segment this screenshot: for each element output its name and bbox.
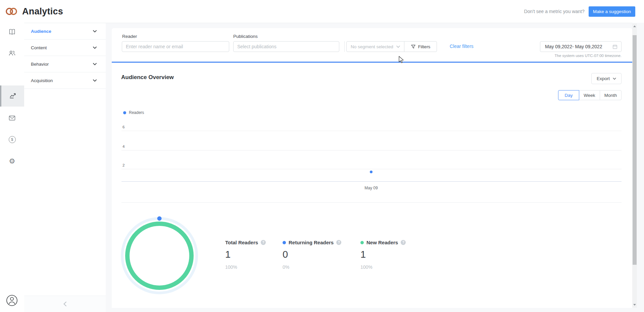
x-tick-may09: May 09 — [360, 186, 382, 190]
rail-item-analytics[interactable] — [0, 85, 24, 107]
legend-dot-readers — [123, 111, 126, 114]
segment-filter-group: No segment selected Filters — [346, 41, 437, 52]
reader-label: Reader — [122, 34, 137, 39]
donut-returning-marker — [157, 216, 162, 221]
readers-donut-chart — [119, 215, 200, 296]
stat-percent: 100% — [360, 264, 406, 270]
filters-button-label: Filters — [418, 44, 431, 49]
gridline — [121, 169, 622, 169]
toggle-day[interactable]: Day — [558, 90, 579, 100]
publications-label: Publications — [233, 34, 258, 39]
rail-item-revenue[interactable]: $ — [0, 129, 24, 150]
legend-label-readers: Readers — [129, 110, 144, 115]
returning-readers-dot — [283, 241, 286, 244]
rail-item-settings[interactable]: ⚙ — [0, 150, 24, 172]
filter-bar: Reader Publications No segment selected … — [112, 28, 632, 63]
stat-value: 1 — [360, 249, 406, 260]
export-label: Export — [597, 76, 610, 81]
reader-input[interactable] — [122, 41, 229, 52]
vertical-scrollbar[interactable] — [632, 23, 637, 308]
gridline — [121, 150, 622, 150]
y-tick-4: 4 — [122, 144, 125, 148]
sidebar-item-label: Content — [31, 45, 47, 50]
stat-label: Returning Readers — [289, 240, 334, 245]
stat-value: 1 — [225, 249, 266, 260]
help-icon[interactable]: ? — [261, 240, 266, 245]
icon-rail: $ ⚙ — [0, 23, 24, 312]
topbar-right: Don't see a metric you want? Make a sugg… — [524, 6, 635, 17]
gear-icon: ⚙ — [9, 158, 15, 165]
app-logo-icon[interactable] — [6, 7, 17, 16]
topbar: Analytics Don't see a metric you want? M… — [0, 0, 644, 23]
donut-new-readers-ring — [128, 224, 192, 288]
scroll-down-arrow-icon[interactable] — [633, 304, 636, 306]
mail-icon — [8, 114, 16, 123]
x-axis-line — [121, 181, 622, 182]
scroll-up-arrow-icon[interactable] — [633, 25, 636, 27]
main-content: Reader Publications No segment selected … — [106, 23, 632, 312]
date-range-value: May 09,2022- May 09,2022 — [545, 44, 602, 49]
rail-item-publications[interactable] — [0, 23, 24, 42]
sidebar-item-acquisition[interactable]: Acquisition — [24, 72, 106, 89]
scrollbar-thumb[interactable] — [633, 35, 637, 265]
stat-returning-readers: Returning Readers ? 0 0% — [283, 240, 341, 270]
help-icon[interactable]: ? — [401, 240, 406, 245]
chevron-down-icon — [93, 47, 97, 49]
chart-legend: Readers — [123, 110, 144, 115]
stat-value: 0 — [283, 249, 341, 260]
sidebar-item-behavior[interactable]: Behavior — [24, 56, 106, 72]
stat-percent: 0% — [283, 264, 341, 270]
sidebar: Audience Content Behavior Acquisition — [24, 23, 106, 312]
user-avatar[interactable] — [4, 293, 19, 309]
sidebar-item-label: Acquisition — [31, 78, 53, 83]
segment-select[interactable]: No segment selected — [347, 42, 404, 52]
toggle-month[interactable]: Month — [600, 90, 622, 100]
chevron-down-icon — [93, 63, 97, 65]
sidebar-item-label: Behavior — [31, 62, 49, 67]
chart-data-point-readers — [370, 171, 373, 173]
export-button[interactable]: Export — [591, 73, 622, 84]
rail-item-email[interactable] — [0, 108, 24, 129]
audience-overview-panel: Audience Overview Export Day Week Month … — [112, 63, 632, 308]
filter-divider — [344, 41, 345, 52]
metric-hint-text: Don't see a metric you want? — [524, 9, 585, 14]
donut-track-ring — [122, 219, 197, 293]
gridline — [121, 131, 622, 131]
y-tick-2: 2 — [122, 163, 125, 167]
rail-item-audience[interactable] — [0, 43, 24, 64]
funnel-icon — [411, 44, 416, 49]
calendar-icon — [612, 44, 617, 49]
line-chart-icon — [9, 91, 17, 101]
filters-button[interactable]: Filters — [404, 42, 437, 52]
granularity-toggle: Day Week Month — [558, 90, 622, 100]
section-divider — [121, 202, 622, 203]
chevron-down-icon — [93, 30, 97, 33]
help-icon[interactable]: ? — [336, 240, 341, 245]
stat-new-readers: New Readers ? 1 100% — [360, 240, 406, 270]
publications-input[interactable] — [233, 41, 339, 52]
stat-label: New Readers — [366, 240, 398, 245]
toggle-week[interactable]: Week — [579, 90, 600, 100]
page-title: Analytics — [22, 6, 63, 17]
chevron-down-icon — [93, 79, 97, 82]
sidebar-item-label: Audience — [31, 29, 51, 34]
people-icon — [8, 49, 16, 58]
book-icon — [8, 28, 16, 37]
stat-total-readers: Total Readers ? 1 100% — [225, 240, 266, 270]
sidebar-item-audience[interactable]: Audience — [24, 23, 106, 40]
sidebar-footer — [24, 296, 106, 312]
stat-percent: 100% — [225, 264, 266, 270]
date-range-picker[interactable]: May 09,2022- May 09,2022 — [540, 41, 622, 52]
analytics-app: Analytics Don't see a metric you want? M… — [0, 0, 644, 312]
y-tick-6: 6 — [122, 125, 125, 129]
new-readers-dot — [360, 241, 364, 244]
timezone-note: The system uses UTC-07:00 timezone. — [555, 54, 622, 58]
make-suggestion-button[interactable]: Make a suggestion — [589, 6, 635, 17]
sidebar-item-content[interactable]: Content — [24, 40, 106, 56]
chevron-down-icon — [613, 78, 616, 80]
collapse-sidebar-button[interactable] — [63, 302, 66, 306]
chevron-down-icon — [396, 46, 400, 48]
dollar-icon: $ — [9, 136, 16, 143]
clear-filters-link[interactable]: Clear filters — [450, 44, 474, 49]
stat-label: Total Readers — [225, 240, 258, 245]
